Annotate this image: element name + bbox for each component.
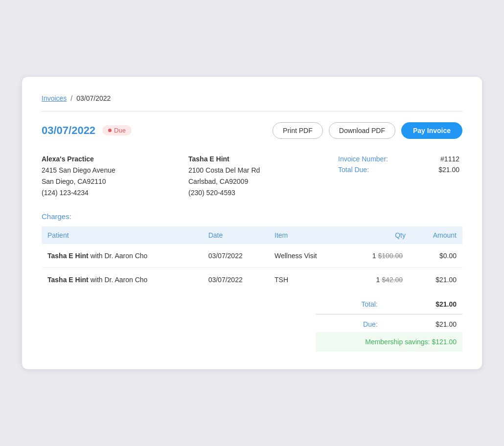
from-address1: 2415 San Diego Avenue — [42, 165, 188, 176]
header-divider — [42, 111, 462, 112]
invoice-meta: Invoice Number: #1112 Total Due: $21.00 — [335, 154, 462, 199]
invoice-card: Invoices / 03/07/2022 03/07/2022 Due Pri… — [22, 77, 482, 369]
totals-divider-row — [316, 312, 462, 316]
download-pdf-button[interactable]: Download PDF — [329, 122, 395, 139]
patient-bold-1: Tasha E Hint — [47, 276, 89, 284]
patient-rest-0: with Dr. Aaron Cho — [91, 252, 148, 260]
original-price-0: $100.00 — [378, 252, 403, 260]
print-pdf-button[interactable]: Print PDF — [273, 122, 323, 139]
to-address2: Carlsbad, CA92009 — [188, 176, 335, 187]
cell-date-1: 03/07/2022 — [203, 268, 269, 292]
cell-patient-1: Tasha E Hint with Dr. Aaron Cho — [42, 268, 203, 292]
total-due-label: Total Due: — [335, 164, 421, 175]
due-badge-dot — [108, 129, 112, 132]
invoice-date-title: 03/07/2022 — [42, 124, 95, 137]
col-item: Item — [269, 226, 346, 244]
col-patient: Patient — [42, 226, 203, 244]
cell-item-1: TSH — [269, 268, 346, 292]
header-left: 03/07/2022 Due — [42, 124, 132, 137]
from-address2: San Diego, CA92110 — [42, 176, 188, 187]
from-name: Alexa's Practice — [42, 154, 188, 165]
due-value: $21.00 — [384, 316, 462, 332]
patient-bold-0: Tasha E Hint — [47, 252, 89, 260]
invoice-number-value: #1112 — [421, 154, 462, 164]
header-actions: Print PDF Download PDF Pay Invoice — [273, 122, 462, 139]
due-label: Due: — [316, 316, 384, 332]
invoices-link[interactable]: Invoices — [42, 94, 67, 102]
header-row: 03/07/2022 Due Print PDF Download PDF Pa… — [42, 122, 462, 139]
table-row: Tasha E Hint with Dr. Aaron Cho 03/07/20… — [42, 268, 462, 292]
col-qty: Qty — [346, 226, 412, 244]
cell-item-0: Wellness Visit — [269, 244, 346, 268]
table-header-row: Patient Date Item Qty Amount — [42, 226, 462, 244]
due-badge-label: Due — [114, 127, 126, 134]
total-value: $21.00 — [384, 296, 462, 312]
breadcrumb: Invoices / 03/07/2022 — [42, 94, 462, 102]
cell-date-0: 03/07/2022 — [203, 244, 269, 268]
membership-savings-text: Membership savings: $121.00 — [316, 332, 462, 352]
total-due-value: $21.00 — [421, 164, 462, 175]
cell-amount-1: $21.00 — [412, 268, 462, 292]
table-row: Tasha E Hint with Dr. Aaron Cho 03/07/20… — [42, 244, 462, 268]
cell-patient-0: Tasha E Hint with Dr. Aaron Cho — [42, 244, 203, 268]
totals-section: Total: $21.00 Due: $21.00 Membership sav… — [42, 296, 462, 352]
cell-qty-1: 1 $42.00 — [346, 268, 412, 292]
total-label: Total: — [316, 296, 384, 312]
pay-invoice-button[interactable]: Pay Invoice — [401, 122, 462, 139]
col-date: Date — [203, 226, 269, 244]
from-info: Alexa's Practice 2415 San Diego Avenue S… — [42, 154, 188, 199]
charges-table: Patient Date Item Qty Amount Tasha E Hin… — [42, 226, 462, 291]
to-info: Tasha E Hint 2100 Costa Del Mar Rd Carls… — [188, 154, 335, 199]
to-phone: (230) 520-4593 — [188, 187, 335, 199]
info-section: Alexa's Practice 2415 San Diego Avenue S… — [42, 154, 462, 199]
totals-table: Total: $21.00 Due: $21.00 Membership sav… — [316, 296, 462, 352]
cell-amount-0: $0.00 — [412, 244, 462, 268]
charges-label: Charges: — [42, 212, 462, 221]
total-row: Total: $21.00 — [316, 296, 462, 312]
breadcrumb-separator: / — [70, 94, 72, 102]
membership-savings-row: Membership savings: $121.00 — [316, 332, 462, 352]
breadcrumb-current: 03/07/2022 — [76, 94, 111, 102]
cell-qty-0: 1 $100.00 — [346, 244, 412, 268]
due-row: Due: $21.00 — [316, 316, 462, 332]
from-phone: (124) 123-4234 — [42, 187, 188, 199]
to-name: Tasha E Hint — [188, 154, 335, 165]
original-price-1: $42.00 — [382, 276, 403, 284]
invoice-number-label: Invoice Number: — [335, 154, 421, 164]
to-address1: 2100 Costa Del Mar Rd — [188, 165, 335, 176]
due-badge: Due — [102, 125, 132, 135]
col-amount: Amount — [412, 226, 462, 244]
patient-rest-1: with Dr. Aaron Cho — [91, 276, 148, 284]
